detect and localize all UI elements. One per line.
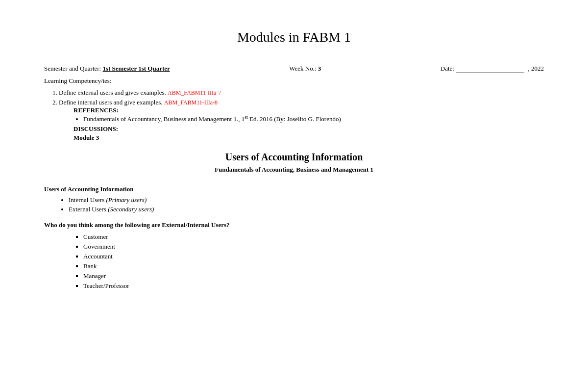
internal-users-label: Internal Users [69,196,104,204]
week-value: 3 [318,65,321,72]
competency-code-1: ABM_FABM11-IIIa-7 [168,89,221,96]
item-label-accountant: Accountant [83,253,113,260]
section-title: Users of Accounting Information [44,152,544,163]
list-item-accountant: Accountant [83,253,544,260]
week-section: Week No.: 3 [289,65,321,73]
week-label: Week No.: [289,65,316,72]
list-item-government: Government [83,243,544,251]
internal-users-item: Internal Users (Primary users) [69,196,544,204]
item-label-manager: Manager [83,272,106,280]
references-section: REFERENCES: Fundamentals of Accountancy,… [74,106,544,123]
semester-label: Semester and Quarter: [44,65,101,72]
page-title: Modules in FABM 1 [44,29,544,45]
header-row: Semester and Quarter: 1st Semester 1st Q… [44,65,544,73]
date-line [456,65,524,73]
section-subtitle: Fundamentals of Accounting, Business and… [44,166,544,174]
semester-section: Semester and Quarter: 1st Semester 1st Q… [44,65,170,73]
date-label: Date: [441,65,454,72]
item-label-teacher: Teacher/Professor [83,282,129,289]
list-item-teacher: Teacher/Professor [83,282,544,290]
date-year: , 2022 [528,65,544,72]
competency-text-1: Define external users and gives examples… [59,89,166,96]
internal-users-sub: (Primary users) [106,196,147,204]
external-users-item: External Users (Secondary users) [69,205,544,213]
date-section: Date: , 2022 [441,65,544,73]
competency-text-2: Define internal users and give examples. [59,99,163,106]
external-users-sub: (Secondary users) [108,205,154,213]
list-item-bank: Bank [83,262,544,270]
question-list: Customer Government Accountant Bank Mana… [83,233,544,290]
learning-competency-label: Learning Competency/ies: [44,77,544,85]
references-list: Fundamentals of Accountancy, Business an… [83,114,544,123]
item-label-government: Government [83,243,115,250]
reference-item-1: Fundamentals of Accountancy, Business an… [83,114,544,123]
competency-item-1: Define external users and gives examples… [59,89,544,97]
semester-value: 1st Semester 1st Quarter [102,65,170,72]
external-users-label: External Users [69,205,106,213]
discussions-label: DISCUSSIONS: [74,125,544,133]
module-label: Module 3 [74,134,544,142]
list-item-customer: Customer [83,233,544,241]
question-text: Who do you think among the following are… [44,221,544,229]
list-item-manager: Manager [83,272,544,280]
competency-item-2: Define internal users and give examples.… [59,99,544,142]
competency-list: Define external users and gives examples… [59,89,544,142]
users-list: Internal Users (Primary users) External … [69,196,544,213]
users-heading: Users of Accounting Information [44,185,544,193]
item-label-bank: Bank [83,262,97,270]
item-label-customer: Customer [83,233,108,240]
references-label: REFERENCES: [74,106,119,114]
competency-code-2: ABM_FABM11-IIIa-8 [164,99,218,106]
